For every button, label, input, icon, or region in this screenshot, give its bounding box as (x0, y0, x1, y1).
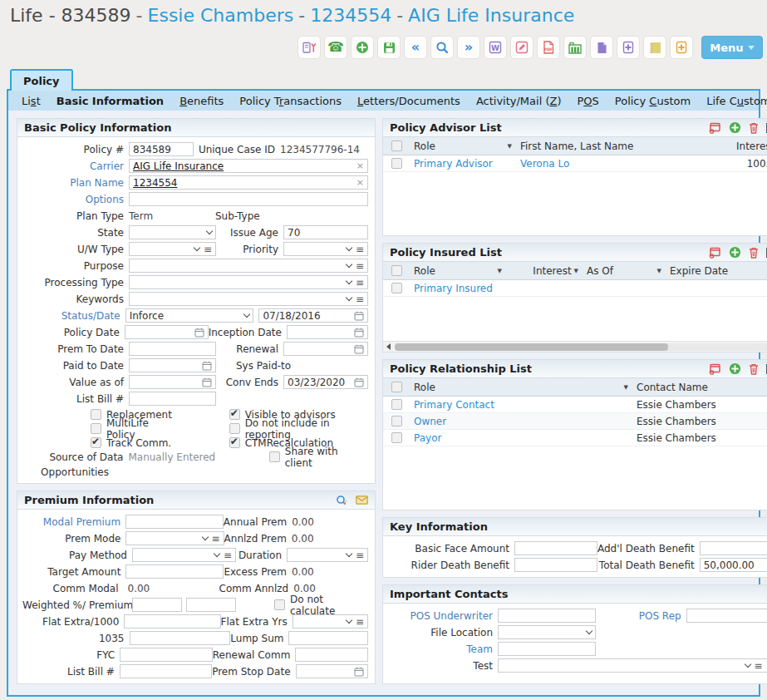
duration-select[interactable]: ≡ (287, 548, 368, 562)
processing-type-select[interactable]: ≡ (129, 275, 368, 289)
calendar-icon[interactable] (354, 311, 364, 321)
scroll-track[interactable] (395, 343, 767, 351)
relationship-role-link[interactable]: Payor (414, 432, 441, 444)
list-picker-icon[interactable]: ≡ (356, 261, 364, 271)
lump-sum-field[interactable] (288, 631, 368, 645)
advisor-col-name[interactable]: First Name, Last Name (516, 140, 642, 152)
subnav-policy-custom[interactable]: Policy Custom (615, 95, 691, 107)
subnav-basic-information[interactable]: Basic Information (57, 95, 164, 107)
pdf-export-button[interactable]: PDF (537, 36, 560, 59)
track-comm-checkbox[interactable] (91, 437, 101, 448)
subnav-list[interactable]: List (22, 95, 41, 107)
horizontal-scrollbar[interactable] (383, 341, 767, 352)
calendar-icon[interactable] (354, 328, 364, 338)
pay-method-select[interactable]: ≡ (132, 548, 236, 562)
advisor-name-link[interactable]: Verona Lo (520, 158, 569, 170)
pos-rep-label[interactable]: POS Rep (596, 610, 686, 622)
row-checkbox[interactable] (391, 432, 402, 443)
row-checkbox[interactable] (391, 416, 402, 426)
renewal-field[interactable] (283, 342, 368, 356)
organization-button[interactable] (563, 36, 587, 59)
test-select[interactable]: ≡ (498, 658, 767, 673)
list-picker-icon[interactable]: ≡ (204, 244, 212, 254)
plan-link[interactable]: 1234554 (310, 5, 391, 26)
add-form-button[interactable] (670, 36, 693, 59)
value-as-of-field[interactable] (129, 375, 216, 389)
list-picker-icon[interactable]: ≡ (212, 534, 220, 544)
phone-button[interactable]: ☎ (324, 36, 347, 59)
calendar-icon[interactable] (354, 344, 364, 354)
letter-merge-button[interactable] (297, 36, 321, 59)
calendar-icon[interactable] (354, 667, 364, 677)
filter-icon[interactable]: ▼ (624, 384, 628, 391)
options-field[interactable] (129, 192, 368, 206)
subnav-life-custom[interactable]: Life Custom (706, 95, 767, 107)
prem-to-date-field[interactable] (129, 342, 216, 356)
replacement-checkbox[interactable] (91, 409, 101, 420)
list-picker-icon[interactable]: ≡ (224, 550, 232, 560)
carrier-link[interactable]: AIG Life Insurance (408, 5, 574, 26)
calendar-icon[interactable] (202, 361, 212, 371)
purpose-select[interactable]: ≡ (129, 259, 368, 273)
relationship-col-role[interactable]: Role▼ (410, 382, 632, 393)
policy-number-field[interactable]: 834589 (129, 142, 194, 156)
list-picker-icon[interactable]: ≡ (356, 294, 364, 304)
relationship-row[interactable]: Payor Essie Chambers (383, 430, 767, 446)
scroll-left-arrow[interactable] (383, 343, 393, 350)
weighted-percent-field[interactable] (132, 598, 182, 612)
previous-button[interactable]: « (404, 36, 427, 59)
insured-col-role[interactable]: Role▼ (410, 265, 506, 277)
relationship-row[interactable]: Primary Contact Essie Chambers (383, 397, 767, 413)
subnav-benefits[interactable]: Benefits (179, 95, 224, 107)
advisor-col-role[interactable]: Role▼ (410, 140, 516, 152)
row-checkbox[interactable] (391, 283, 402, 293)
filter-icon[interactable]: ▼ (574, 268, 578, 274)
advisor-role-link[interactable]: Primary Advisor (414, 158, 493, 170)
delete-icon[interactable] (749, 122, 759, 134)
plan-name-label[interactable]: Plan Name (22, 177, 129, 189)
edit-button[interactable] (510, 36, 533, 59)
state-select[interactable] (129, 225, 216, 239)
subnav-policy-transactions[interactable]: Policy Transactions (239, 95, 342, 107)
document-button[interactable] (590, 36, 613, 59)
paid-to-date-field[interactable] (129, 358, 216, 372)
uw-type-select[interactable]: ≡ (129, 242, 216, 256)
calendar-icon[interactable] (194, 328, 204, 338)
relationship-col-contact[interactable]: Contact Name (632, 382, 767, 393)
contact-link[interactable]: Essie Chambers (148, 5, 294, 26)
target-amount-field[interactable] (125, 564, 224, 579)
plan-name-field[interactable]: 1234554× (129, 175, 368, 190)
list-picker-icon[interactable]: ≡ (356, 617, 364, 627)
add-icon[interactable] (729, 362, 741, 375)
premium-list-bill-field[interactable] (120, 664, 212, 678)
file-location-select[interactable] (498, 625, 596, 639)
rider-death-benefit-field[interactable] (514, 558, 597, 572)
issue-age-field[interactable]: 70 (283, 225, 368, 239)
pos-underwriter-field[interactable] (498, 609, 596, 623)
relationship-role-link[interactable]: Primary Contact (414, 399, 494, 411)
envelope-icon[interactable] (356, 495, 368, 505)
insured-col-interest[interactable]: Interest▼ (506, 265, 583, 277)
add-icon[interactable] (729, 246, 741, 259)
addl-death-benefit-field[interactable] (700, 541, 767, 555)
subnav-letters-documents[interactable]: Letters/Documents (357, 95, 460, 107)
insured-col-expire[interactable]: Expire Date▼ (666, 265, 767, 277)
modal-premium-label[interactable]: Modal Premium (22, 516, 125, 528)
clear-icon[interactable]: × (356, 177, 364, 188)
new-window-icon[interactable] (709, 363, 721, 375)
word-export-button[interactable]: W (484, 36, 507, 59)
keywords-select[interactable]: ≡ (129, 292, 368, 306)
basic-face-amount-field[interactable] (514, 541, 597, 555)
save-button[interactable] (377, 36, 401, 59)
status-date-field[interactable]: 07/18/2016 (258, 308, 368, 323)
select-all-checkbox[interactable] (391, 382, 402, 392)
carrier-label[interactable]: Carrier (22, 160, 129, 172)
weighted-premium-field[interactable] (186, 598, 236, 612)
search-button[interactable] (430, 36, 454, 59)
row-checkbox[interactable] (391, 399, 402, 410)
add-button[interactable] (351, 36, 374, 59)
new-window-icon[interactable] (709, 122, 721, 134)
relationship-row[interactable]: Owner Essie Chambers (383, 413, 767, 430)
advisor-row[interactable]: Primary Advisor Verona Lo 100.00 (383, 155, 767, 172)
audit-icon[interactable] (336, 495, 348, 506)
